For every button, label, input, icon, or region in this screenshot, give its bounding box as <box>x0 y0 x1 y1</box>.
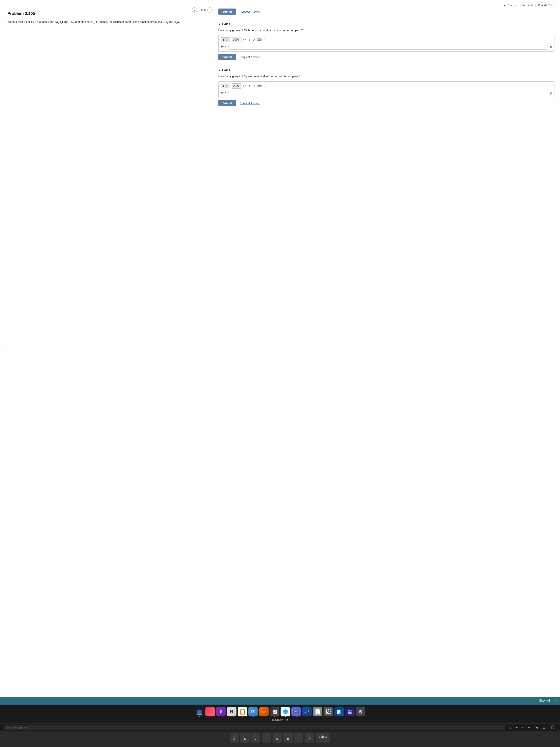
problem-statement: When a mixture of 14.0 g of acetylene (C… <box>7 20 207 24</box>
keyboard-area: % 5 ^ 6 & 7 * 8 ( 9 ) 0 _ - + = <box>0 731 560 747</box>
activity-icon: 📈 <box>272 710 277 714</box>
right-panel: ■ Review | Constants | Periodic Table Su… <box>213 4 560 697</box>
part-c-request-answer-link[interactable]: Request Answer <box>240 55 260 58</box>
review-link[interactable]: Review <box>508 4 516 7</box>
key-6[interactable]: ^ 6 <box>240 733 250 743</box>
part-d-input[interactable] <box>229 90 548 96</box>
macbook-label: MacBook Pro <box>272 718 288 721</box>
keyboard-row-numbers: % 5 ^ 6 & 7 * 8 ( 9 ) 0 _ - + = <box>4 733 556 743</box>
part-c-arrow[interactable]: ▼ <box>218 23 221 26</box>
initial-submit-button[interactable]: Submit <box>218 8 236 15</box>
dock-item-app1[interactable]: 🖼 <box>323 707 333 716</box>
part-c-label: Part C <box>222 22 232 26</box>
part-d-arrow[interactable]: ▼ <box>218 69 221 72</box>
part-d-unit: g <box>550 91 552 95</box>
part-c-submit-button[interactable]: Submit <box>218 54 236 60</box>
part-c-input-row: m = g <box>221 44 552 50</box>
search-input[interactable] <box>4 725 505 730</box>
part-d-request-answer-link[interactable]: Request Answer <box>240 102 260 105</box>
chrome-icon: 🌐 <box>283 709 288 714</box>
top-links: ■ Review | Constants | Periodic Table <box>218 4 555 7</box>
part-d-help-icon[interactable]: ? <box>264 84 265 88</box>
dock-item-chrome[interactable]: 🌐 <box>281 707 290 716</box>
pencil-icon: ✏ <box>262 709 266 715</box>
part-d-refresh-icon[interactable]: ↺ <box>252 84 255 88</box>
left-nav-arrow[interactable]: › <box>1 346 2 351</box>
dock-item-news[interactable]: N <box>227 707 237 716</box>
part-c-redo-icon[interactable]: ↪ <box>247 38 250 42</box>
show-all-button[interactable]: Show All <box>539 699 550 702</box>
constants-link[interactable]: Constants <box>522 4 533 7</box>
part-c-undo-icon[interactable]: ↩ <box>243 38 246 42</box>
bookmark-icon[interactable]: ☆ <box>507 725 513 730</box>
dock-item-notes[interactable]: 📋 <box>238 707 247 716</box>
dock-item-app4[interactable]: ⚙ <box>356 707 365 716</box>
part-c-input[interactable] <box>229 44 548 50</box>
key-0[interactable]: ) 0 <box>283 733 293 743</box>
dock-item-podcast[interactable]: 🎙 <box>216 707 226 716</box>
part-c-section: ▼ Part C How many grams of C2H2 are pres… <box>218 19 555 60</box>
add-tab-icon[interactable]: + <box>514 725 519 730</box>
dock-item-app2[interactable]: 📊 <box>334 707 344 716</box>
discord-icon: 🎮 <box>293 709 299 715</box>
dock-item-mail[interactable]: ✉ <box>248 707 258 716</box>
key-minus[interactable]: _ - <box>294 733 303 743</box>
notes-icon: 📋 <box>239 709 246 715</box>
prev-button[interactable]: ‹ <box>192 7 197 12</box>
initial-request-answer-link[interactable]: Request Answer <box>240 10 260 13</box>
mail-icon: ✉ <box>251 709 256 715</box>
part-d-alpha-btn[interactable]: ΑΣΦ <box>232 83 241 88</box>
part-c-math-label: m = <box>221 45 227 49</box>
part-c-alpha-btn[interactable]: ΑΣΦ <box>232 37 241 43</box>
part-d-redo-icon[interactable]: ↪ <box>247 84 250 88</box>
back-chevron-icon[interactable]: ‹ <box>521 725 525 730</box>
dock-item-activity[interactable]: 📈 <box>270 707 279 716</box>
sparkle-icon[interactable]: ✳ <box>526 725 532 730</box>
left-panel: Problem 3.105 ‹ 2 of 5 › When a mixture … <box>0 4 213 697</box>
part-d-submit-button[interactable]: Submit <box>218 100 236 106</box>
part-d-undo-icon[interactable]: ↩ <box>243 84 246 88</box>
dock-item-files[interactable]: 📄 <box>313 707 322 716</box>
part-c-matrix-btn[interactable]: ■ √□ <box>221 37 230 42</box>
part-d-keyboard-icon[interactable]: ⌨ <box>257 84 262 88</box>
touch-bar: ☆ + ‹ ✳ ◄ ⊘ 🎵 <box>0 723 560 731</box>
part-d-toolbar: ■ √□ ΑΣΦ ↩ ↪ ↺ ⌨ ? <box>221 83 552 88</box>
tv-icon: 📺 <box>196 709 203 715</box>
part-d-matrix-btn[interactable]: ■ √□ <box>221 83 230 88</box>
mute-icon[interactable]: ⊘ <box>541 725 547 730</box>
key-9[interactable]: ( 9 <box>273 733 282 743</box>
podcast-icon: 🎙 <box>218 709 223 715</box>
dock-item-tv[interactable]: 📺 <box>195 707 204 716</box>
music-icon: ♪ <box>209 709 212 715</box>
part-d-math-label: m = <box>221 91 227 95</box>
initial-submit-row: Submit Request Answer <box>218 8 555 15</box>
key-5[interactable]: % 5 <box>230 733 239 743</box>
key-delete[interactable]: delete <box>316 733 330 743</box>
problem-title: Problem 3.105 <box>7 11 207 16</box>
key-equals[interactable]: + = <box>305 733 314 743</box>
app4-icon: ⚙ <box>358 709 363 715</box>
dock-item-music[interactable]: ♪ <box>205 707 215 716</box>
part-c-toolbar: ■ √□ ΑΣΦ ↩ ↪ ↺ ⌨ ? <box>221 37 552 43</box>
next-button[interactable]: › <box>207 7 213 12</box>
dock-item-vpn[interactable]: 🛡 <box>302 707 312 716</box>
periodic-table-link[interactable]: Periodic Table <box>538 4 555 7</box>
dock-item-pencil[interactable]: ✏ <box>259 707 269 716</box>
part-c-help-icon[interactable]: ? <box>264 38 265 42</box>
siri-icon[interactable]: 🎵 <box>548 724 556 731</box>
part-c-question: How many grams of C2H2 are present after… <box>218 28 555 33</box>
part-d-header: ▼ Part D <box>218 68 555 72</box>
dock-item-app3[interactable]: 💻 <box>345 707 355 716</box>
part-c-submit-row: Submit Request Answer <box>218 54 555 60</box>
notification-bar: Show All × <box>0 697 560 704</box>
notification-close-icon[interactable]: × <box>554 698 556 703</box>
key-8[interactable]: * 8 <box>262 733 271 743</box>
key-7[interactable]: & 7 <box>251 733 260 743</box>
part-c-keyboard-icon[interactable]: ⌨ <box>257 38 262 42</box>
review-icon: ■ <box>504 4 506 7</box>
part-c-math-box: ■ √□ ΑΣΦ ↩ ↪ ↺ ⌨ ? m = g <box>218 35 555 52</box>
news-icon: N <box>230 709 233 714</box>
dock-item-discord[interactable]: 🎮 <box>291 707 301 716</box>
volume-icon[interactable]: ◄ <box>533 725 540 730</box>
part-c-refresh-icon[interactable]: ↺ <box>252 38 255 42</box>
